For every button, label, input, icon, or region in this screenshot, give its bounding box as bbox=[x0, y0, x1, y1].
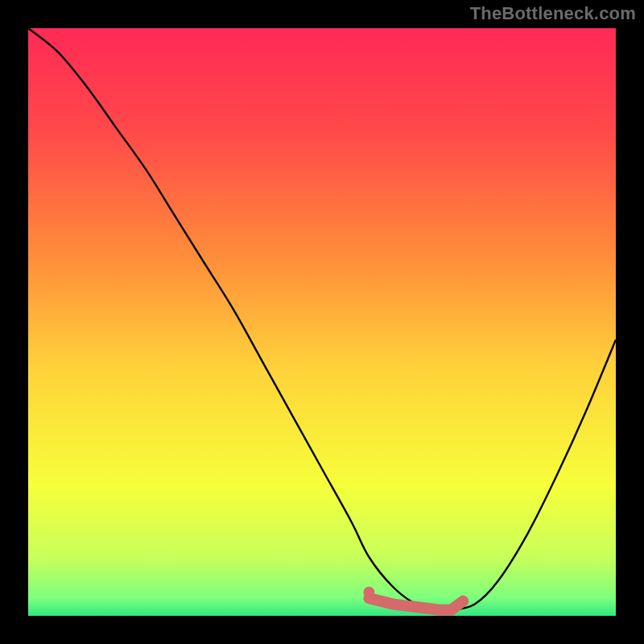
optimal-range-marker bbox=[28, 28, 616, 616]
svg-point-1 bbox=[363, 587, 374, 598]
plot-area bbox=[28, 28, 616, 616]
watermark-text: TheBottleneck.com bbox=[470, 3, 636, 24]
